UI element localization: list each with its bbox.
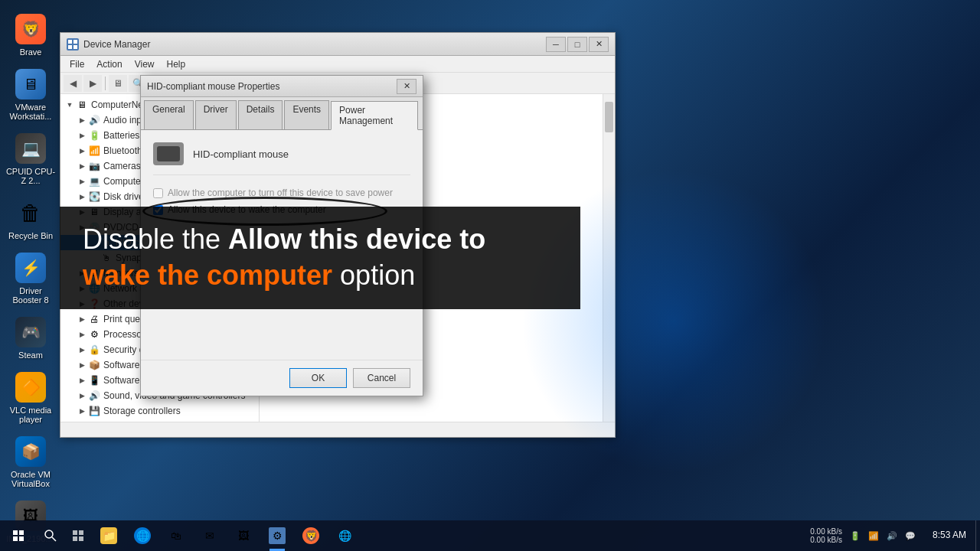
taskbar-brave[interactable]: 🦁 [294,520,328,551]
tree-sound-expand[interactable]: ▶ [76,390,88,402]
tree-disk-expand[interactable]: ▶ [76,191,88,203]
power-save-label: Allow the computer to turn off this devi… [168,187,393,198]
tree-sw-dev-expand[interactable]: ▶ [76,374,88,386]
tree-storage-label: Storage controllers [103,406,181,416]
tree-cameras-expand[interactable]: ▶ [76,160,88,172]
toolbar-forward[interactable]: ▶ [83,75,102,92]
tree-security-expand[interactable]: ▶ [76,344,88,356]
taskbar-store[interactable]: 🛍 [159,520,193,551]
tree-print-icon: 🖨 [88,313,100,325]
network-icon[interactable]: 📶 [867,531,880,541]
device-manager-scrollbar[interactable] [603,94,615,422]
taskbar-file-explorer[interactable]: 📁 [92,520,126,551]
upload-speed: 0.00 kB/s 0.00 kB/s [808,527,844,544]
menu-help[interactable]: Help [161,57,192,71]
store-icon: 🛍 [168,527,185,544]
desktop-icons-container: 🦁 Brave 🖥 VMware Workstati... 💻 CPUID CP… [0,0,61,549]
battery-icon[interactable]: 🔋 [848,531,862,541]
dl-speed: 0.00 kB/s [810,527,842,536]
hid-dialog-title: HID-compliant mouse Properties [147,81,397,92]
taskbar: 📁 🌐 🛍 ✉ 🖼 ⚙ 🦁 🌐 [0,520,980,551]
tree-batteries-icon: 🔋 [88,129,100,142]
clock-time: 8:53 AM [933,530,966,542]
virtualbox-label: Oracle VM VirtualBox [5,470,57,488]
desktop-icon-driver-booster[interactable]: ⚡ Driver Booster 8 [2,246,60,311]
tree-computer-expand[interactable]: ▶ [76,175,88,187]
ok-button[interactable]: OK [289,368,347,388]
device-manager-menubar: File Action View Help [60,56,615,73]
start-sq4 [19,536,24,541]
tab-general[interactable]: General [144,100,194,129]
hid-dialog-footer: OK Cancel [141,360,423,396]
device-manager-titlebar: Device Manager ─ □ ✕ [60,33,615,56]
tree-bluetooth-expand[interactable]: ▶ [76,145,88,157]
hid-dialog-titlebar: HID-compliant mouse Properties ✕ [141,76,423,97]
tree-sound-icon: 🔊 [88,390,100,402]
svg-rect-9 [79,536,83,541]
tree-computer-node-icon: 💻 [88,175,100,187]
menu-view[interactable]: View [129,57,161,71]
power-save-checkbox[interactable] [153,188,163,198]
taskbar-clock[interactable]: 8:53 AM [923,530,975,542]
tab-driver[interactable]: Driver [195,100,237,129]
start-button[interactable] [0,520,37,551]
hid-dialog-close[interactable]: ✕ [397,79,416,94]
tree-storage[interactable]: ▶ 💾 Storage controllers [60,403,259,419]
taskbar-chrome[interactable]: 🌐 [328,520,361,551]
maximize-button[interactable]: □ [567,37,587,52]
cancel-button[interactable]: Cancel [353,368,410,388]
close-button[interactable]: ✕ [589,37,609,52]
instruction-end: option [332,259,415,291]
minimize-button[interactable]: ─ [546,37,566,52]
taskbar-search-button[interactable] [37,520,64,551]
toolbar-back[interactable]: ◀ [64,75,82,92]
tree-storage-icon: 💾 [88,405,100,417]
tree-audio-expand[interactable]: ▶ [76,114,88,126]
ul-speed: 0.00 kB/s [810,536,842,544]
start-sq2 [19,530,24,535]
mail-icon: ✉ [201,527,218,544]
tab-details[interactable]: Details [238,100,283,129]
edge-icon: 🌐 [134,527,151,544]
tree-processors-expand[interactable]: ▶ [76,328,88,341]
tree-batteries-expand[interactable]: ▶ [76,129,88,142]
vlc-icon: 🔶 [15,372,46,403]
svg-rect-7 [79,530,83,535]
cpuid-label: CPUID CPU-Z 2... [5,167,57,185]
desktop-icon-recycle-bin[interactable]: 🗑 Recycle Bin [2,191,60,246]
scrollbar-thumb[interactable] [605,102,613,132]
device-manager-taskbar-icon: ⚙ [269,527,286,544]
tree-print-expand[interactable]: ▶ [76,313,88,325]
tree-storage-expand[interactable]: ▶ [76,405,88,417]
desktop-icon-virtualbox[interactable]: 📦 Oracle VM VirtualBox [2,430,60,494]
desktop-icon-cpuid[interactable]: 💻 CPUID CPU-Z 2... [2,127,60,191]
toolbar-computer[interactable]: 🖥 [109,75,127,92]
speaker-icon[interactable]: 🔊 [885,531,899,541]
device-manager-title-icon [67,38,79,51]
desktop-icon-vmware[interactable]: 🖥 VMware Workstati... [2,63,60,127]
toolbar-sep-1 [105,77,106,90]
menu-file[interactable]: File [64,57,90,71]
desktop-icon-brave[interactable]: 🦁 Brave [2,8,60,63]
show-desktop-button[interactable] [975,520,980,551]
tree-root-expand[interactable]: ▼ [64,99,76,111]
tab-power-management[interactable]: Power Management [331,101,418,130]
taskbar-edge[interactable]: 🌐 [126,520,159,551]
instruction-text: Disable the Allow this device towake the… [83,222,557,294]
taskbar-mail[interactable]: ✉ [193,520,227,551]
power-save-row: Allow the computer to turn off this devi… [153,187,410,198]
tree-bluetooth-label: Bluetooth [103,145,142,156]
taskbar-photos[interactable]: 🖼 [227,520,260,551]
notification-icon[interactable]: 💬 [903,531,917,541]
tree-security-icon: 🔒 [88,344,100,356]
taskbar-device-manager[interactable]: ⚙ [260,520,294,551]
device-header: HID-compliant mouse [153,142,410,175]
tab-events[interactable]: Events [284,100,329,129]
taskbar-task-view[interactable] [64,520,92,551]
desktop-icon-vlc[interactable]: 🔶 VLC media player [2,366,60,430]
instruction-highlight: wake the computer [83,259,332,291]
file-explorer-icon: 📁 [100,527,117,544]
menu-action[interactable]: Action [90,57,128,71]
tree-sw-comp-expand[interactable]: ▶ [76,359,88,371]
desktop-icon-steam[interactable]: 🎮 Steam [2,311,60,366]
